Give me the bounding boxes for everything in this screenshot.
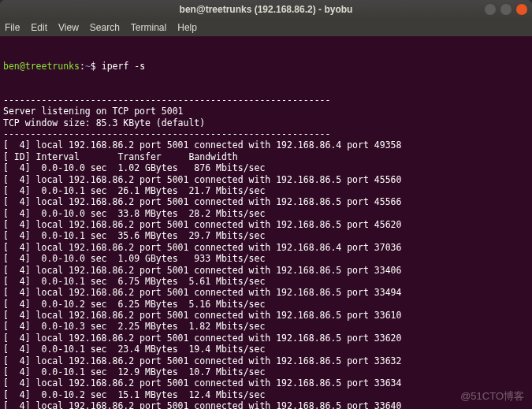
terminal-line: [ 4] local 192.168.86.2 port 5001 connec… <box>3 287 529 298</box>
terminal-line: ----------------------------------------… <box>3 95 529 106</box>
menubar: File Edit View Search Terminal Help <box>0 19 532 36</box>
terminal-line: [ 4] local 192.168.86.2 port 5001 connec… <box>3 265 529 276</box>
terminal-line: [ 4] local 192.168.86.2 port 5001 connec… <box>3 139 529 151</box>
prompt-user: ben <box>3 61 20 72</box>
terminal-line: [ 4] 0.0-10.1 sec 26.1 MBytes 21.7 Mbits… <box>3 185 529 196</box>
titlebar[interactable]: ben@treetrunks (192.168.86.2) - byobu <box>0 0 532 19</box>
terminal-line: Server listening on TCP port 5001 <box>3 106 529 117</box>
terminal-line: ----------------------------------------… <box>3 128 529 139</box>
terminal-line: [ 4] local 192.168.86.2 port 5001 connec… <box>3 174 529 185</box>
menu-view[interactable]: View <box>58 22 79 33</box>
maximize-icon[interactable] <box>500 4 512 15</box>
window-title: ben@treetrunks (192.168.86.2) - byobu <box>180 4 353 15</box>
terminal-line: [ 4] local 192.168.86.2 port 5001 connec… <box>3 196 529 207</box>
terminal-line: [ 4] 0.0-10.2 sec 15.1 MBytes 12.4 Mbits… <box>3 389 529 400</box>
menu-help[interactable]: Help <box>177 22 197 33</box>
terminal-line: [ 4] 0.0-10.1 sec 12.9 MBytes 10.7 Mbits… <box>3 366 529 377</box>
minimize-icon[interactable] <box>485 4 496 15</box>
terminal-line: [ 4] 0.0-10.1 sec 6.75 MBytes 5.61 Mbits… <box>3 276 529 287</box>
terminal-line: [ 4] 0.0-10.1 sec 35.6 MBytes 29.7 Mbits… <box>3 230 529 241</box>
prompt-host: treetrunks <box>25 61 80 72</box>
prompt-colon: : <box>80 61 85 72</box>
menu-file[interactable]: File <box>5 22 20 33</box>
terminal-line: [ 4] 0.0-10.3 sec 2.25 MBytes 1.82 Mbits… <box>3 321 529 332</box>
terminal-line: [ 4] 0.0-10.0 sec 33.8 MBytes 28.2 Mbits… <box>3 208 529 219</box>
prompt-path: ~ <box>85 61 91 72</box>
close-icon[interactable] <box>516 4 527 15</box>
menu-edit[interactable]: Edit <box>31 22 47 33</box>
menu-terminal[interactable]: Terminal <box>131 22 166 33</box>
terminal-line: [ ID] Interval Transfer Bandwidth <box>3 151 529 162</box>
terminal-line: [ 4] 0.0-10.2 sec 6.25 MBytes 5.16 Mbits… <box>3 299 529 310</box>
terminal-window: ben@treetrunks (192.168.86.2) - byobu Fi… <box>0 0 532 409</box>
terminal-line: [ 4] 0.0-10.1 sec 23.4 MBytes 19.4 Mbits… <box>3 344 529 355</box>
prompt-at: @ <box>20 61 25 72</box>
terminal-line: [ 4] 0.0-10.0 sec 1.02 GBytes 876 Mbits/… <box>3 162 529 173</box>
window-controls <box>485 4 527 15</box>
terminal-line: [ 4] 0.0-10.0 sec 1.09 GBytes 933 Mbits/… <box>3 253 529 264</box>
terminal-line: [ 4] local 192.168.86.2 port 5001 connec… <box>3 242 529 253</box>
prompt-line: ben@treetrunks:~$ iperf -s <box>3 61 529 72</box>
terminal-viewport[interactable]: ben@treetrunks:~$ iperf -s -------------… <box>0 36 532 409</box>
terminal-line: [ 4] local 192.168.86.2 port 5001 connec… <box>3 333 529 344</box>
menu-search[interactable]: Search <box>90 22 120 33</box>
prompt-command: iperf -s <box>102 61 145 72</box>
terminal-line: [ 4] local 192.168.86.2 port 5001 connec… <box>3 355 529 366</box>
terminal-line: [ 4] local 192.168.86.2 port 5001 connec… <box>3 219 529 230</box>
terminal-output: ----------------------------------------… <box>3 95 529 409</box>
prompt-dollar: $ <box>91 61 96 72</box>
watermark: @51CTO博客 <box>460 390 524 403</box>
terminal-line: [ 4] local 192.168.86.2 port 5001 connec… <box>3 310 529 321</box>
terminal-line: [ 4] local 192.168.86.2 port 5001 connec… <box>3 377 529 389</box>
terminal-line: [ 4] local 192.168.86.2 port 5001 connec… <box>3 400 529 409</box>
terminal-line: TCP window size: 85.3 KByte (default) <box>3 117 529 128</box>
